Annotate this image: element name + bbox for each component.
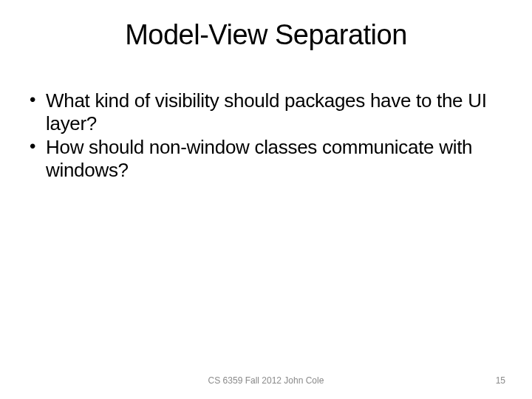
list-item: What kind of visibility should packages …: [27, 89, 505, 134]
slide: Model-View Separation What kind of visib…: [0, 0, 532, 399]
slide-content: What kind of visibility should packages …: [27, 89, 505, 182]
footer-page-number: 15: [476, 375, 505, 386]
slide-title: Model-View Separation: [27, 19, 505, 51]
footer-course-info: CS 6359 Fall 2012 John Cole: [56, 375, 476, 386]
slide-footer: CS 6359 Fall 2012 John Cole 15: [0, 375, 532, 386]
bullet-list: What kind of visibility should packages …: [27, 89, 505, 182]
list-item: How should non-window classes communicat…: [27, 136, 505, 181]
